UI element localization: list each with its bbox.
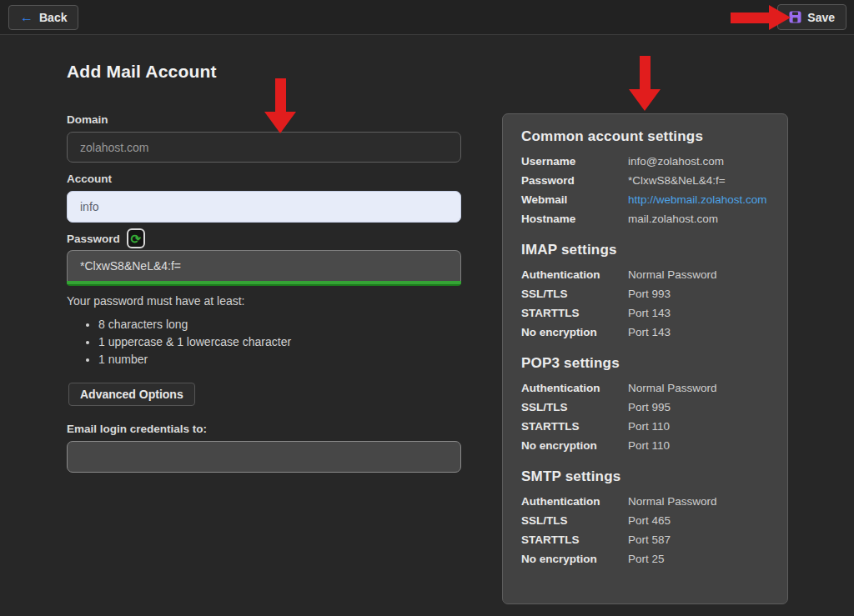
row-value: Port 993: [628, 287, 671, 301]
row-label: No encryption: [521, 552, 628, 566]
advanced-options-button[interactable]: Advanced Options: [68, 383, 195, 406]
annotation-arrow-down-form: [264, 78, 296, 133]
imap-settings-title: IMAP settings: [521, 242, 769, 258]
settings-row: Password *ClxwS8&NeL&4:f=: [521, 173, 769, 188]
row-label: STARTTLS: [521, 306, 628, 320]
annotation-arrow-right-save: [731, 5, 791, 30]
row-value: Normal Password: [628, 268, 717, 282]
annotation-arrow-down-panel: [629, 56, 661, 111]
row-label: Hostname: [521, 212, 628, 226]
settings-row: No encryption Port 143: [521, 325, 769, 339]
requirement-item: 1 uppercase & 1 lowercase character: [98, 335, 291, 348]
row-label: STARTTLS: [521, 533, 628, 547]
settings-row: Username info@zolahost.com: [521, 154, 769, 168]
email-credentials-label: Email login credentials to:: [67, 423, 207, 435]
row-label: STARTTLS: [521, 419, 628, 433]
password-value: *ClxwS8&NeL&4:f=: [628, 173, 726, 188]
row-label: No encryption: [521, 325, 628, 339]
smtp-settings-rows: Authentication Normal Password SSL/TLS P…: [521, 494, 769, 566]
row-value: Port 465: [628, 513, 671, 528]
row-label: Authentication: [521, 494, 628, 508]
smtp-settings-title: SMTP settings: [521, 468, 769, 485]
password-requirements-list: 8 characters long 1 uppercase & 1 lowerc…: [83, 318, 291, 370]
row-value: Normal Password: [628, 381, 717, 395]
settings-row: SSL/TLS Port 465: [521, 513, 769, 528]
account-settings-panel: Common account settings Username info@zo…: [502, 113, 788, 604]
row-label: SSL/TLS: [521, 400, 628, 414]
row-label: SSL/TLS: [521, 513, 628, 528]
domain-input[interactable]: [67, 132, 461, 163]
password-input[interactable]: [67, 250, 461, 281]
row-value: Port 143: [628, 325, 671, 339]
imap-settings-rows: Authentication Normal Password SSL/TLS P…: [521, 268, 769, 339]
requirement-item: 1 number: [98, 353, 291, 366]
account-label: Account: [67, 173, 112, 185]
common-settings-title: Common account settings: [521, 128, 769, 145]
settings-row: Authentication Normal Password: [521, 268, 769, 282]
password-label-row: Password ⟳: [67, 228, 145, 248]
account-input[interactable]: [67, 191, 461, 223]
settings-row: STARTTLS Port 587: [521, 533, 769, 547]
advanced-options-label: Advanced Options: [80, 388, 183, 401]
page-title: Add Mail Account: [67, 62, 217, 82]
row-value: Port 143: [628, 306, 671, 320]
password-strength-bar: [67, 281, 461, 286]
settings-row: SSL/TLS Port 995: [521, 400, 769, 414]
password-label: Password: [67, 233, 120, 245]
row-value: Normal Password: [628, 494, 717, 508]
domain-label: Domain: [67, 113, 108, 126]
webmail-link[interactable]: http://webmail.zolahost.com: [628, 193, 767, 207]
row-value: Port 25: [628, 552, 665, 566]
regenerate-password-button[interactable]: ⟳: [127, 228, 145, 248]
row-label: SSL/TLS: [521, 287, 628, 301]
settings-row: No encryption Port 110: [521, 438, 769, 453]
settings-row: Authentication Normal Password: [521, 381, 769, 395]
row-label: No encryption: [521, 438, 628, 453]
requirement-item: 8 characters long: [98, 318, 291, 331]
add-mail-account-page: ← Back Save Add Mail Account Domain Acco…: [0, 0, 854, 616]
refresh-icon: ⟳: [130, 233, 141, 245]
row-label: Webmail: [521, 193, 628, 207]
row-value: Port 587: [628, 533, 671, 547]
top-bar: ← Back Save: [0, 0, 854, 35]
settings-row: Hostname mail.zolahost.com: [521, 212, 769, 226]
email-credentials-input[interactable]: [67, 441, 461, 473]
back-arrow-icon: ←: [20, 11, 33, 24]
row-label: Authentication: [521, 381, 628, 395]
password-requirements-title: Your password must have at least:: [67, 294, 245, 308]
row-value: Port 995: [628, 400, 671, 414]
settings-row: No encryption Port 25: [521, 552, 769, 566]
row-label: Authentication: [521, 268, 628, 282]
row-value: Port 110: [628, 438, 670, 453]
settings-row: STARTTLS Port 143: [521, 306, 769, 320]
save-floppy-icon: [789, 11, 801, 23]
settings-row: STARTTLS Port 110: [521, 419, 769, 433]
row-label: Username: [521, 154, 628, 168]
common-settings-rows: Username info@zolahost.com Password *Clx…: [521, 154, 769, 226]
back-button-label: Back: [39, 11, 67, 24]
pop3-settings-rows: Authentication Normal Password SSL/TLS P…: [521, 381, 769, 453]
back-button[interactable]: ← Back: [8, 5, 78, 30]
settings-row: Authentication Normal Password: [521, 494, 769, 508]
row-label: Password: [521, 173, 628, 188]
row-value: Port 110: [628, 419, 670, 433]
hostname-value: mail.zolahost.com: [628, 212, 718, 226]
settings-row: Webmail http://webmail.zolahost.com: [521, 193, 769, 207]
save-button-label: Save: [807, 11, 835, 24]
pop3-settings-title: POP3 settings: [521, 355, 769, 372]
username-value: info@zolahost.com: [628, 154, 724, 168]
settings-row: SSL/TLS Port 993: [521, 287, 769, 301]
